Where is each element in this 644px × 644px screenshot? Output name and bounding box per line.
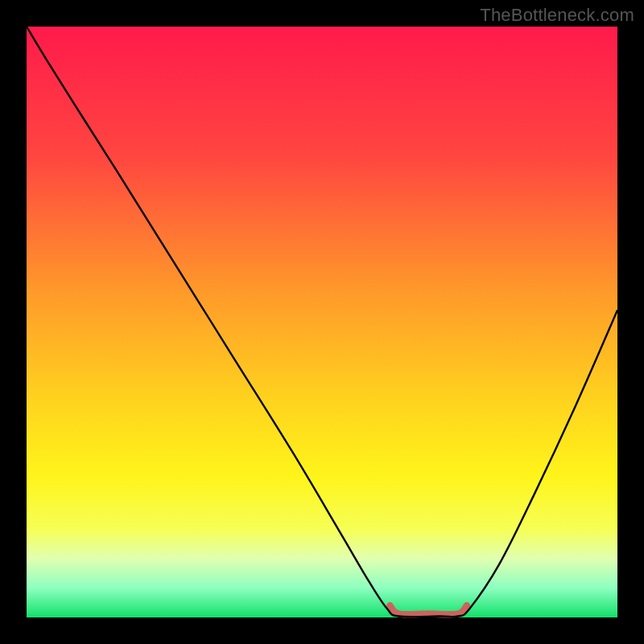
series-optimal-zone	[390, 605, 466, 614]
chart-frame: TheBottleneck.com	[0, 0, 644, 644]
series-bottleneck-curve	[27, 27, 617, 617]
watermark-text: TheBottleneck.com	[480, 5, 634, 26]
chart-svg	[27, 27, 617, 617]
